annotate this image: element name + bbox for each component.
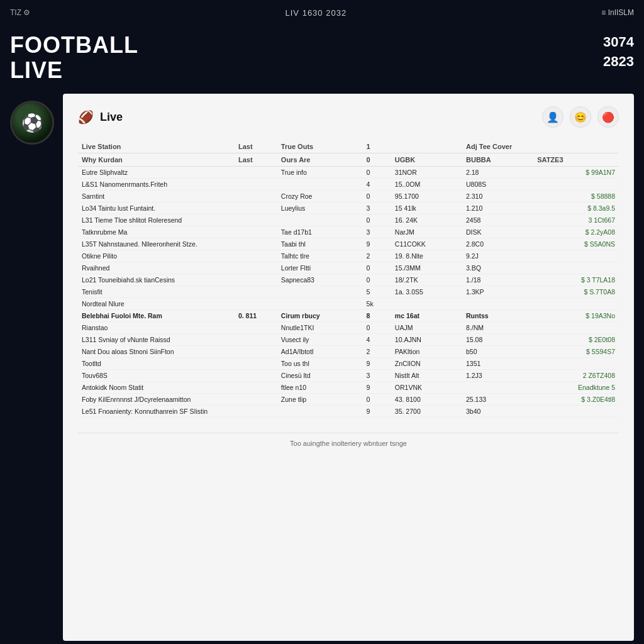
cell-odds: Lorter Fltti [277,262,363,274]
table-row: Rvaihned Lorter Fltti 0 15./3MM 3.BQ [78,262,619,274]
cell-name: L311 Svniay of vNunte Raissd [78,334,235,346]
cell-val1: 43. 8100 [391,394,462,406]
cell-name: Tootltd [78,358,235,370]
top-bar-center: LIV 1630 2032 [286,8,347,18]
table-row: L311 Svniay of vNunte Raissd Vusect ily … [78,334,619,346]
cell-last [235,298,277,310]
panel-title-text: Live [100,111,123,124]
cell-name: Tenisfit [78,286,235,298]
cell-num: 4 [363,334,391,346]
center-label: LIV 1630 2032 [286,8,347,18]
table-row: Belebhai Fuoloi Mte. Ram 0. 811 Cirum rb… [78,310,619,322]
cell-odds: Vusect ily [277,334,363,346]
cell-price: $ 99A1N7 [533,167,619,179]
col-header-last: Last [235,140,277,153]
cell-val2: U808S [462,179,533,191]
football-live-title: Football LIVE [10,33,138,82]
cell-name: Otikne Pilito [78,250,235,262]
tiz-label: TIZ ⚙ [10,8,30,17]
table-row: Lo21 Touneibiahd.sk tianCesins Sapneca83… [78,274,619,286]
cell-last [235,322,277,334]
panel-football-icon: 🏈 [78,109,94,125]
cell-last [235,250,277,262]
cell-val2 [462,382,533,394]
cell-price: $ S.7T0A8 [533,286,619,298]
cell-odds: Taabi thl [277,238,363,250]
cell-price [533,179,619,191]
cell-last [235,346,277,358]
cell-num: 2 [363,346,391,358]
cell-last [235,334,277,346]
cell-last [235,382,277,394]
cell-num: 2 [363,250,391,262]
cell-val2 [462,298,533,310]
cell-num: 5k [363,298,391,310]
panel-icons: 👤 😊 🔴 [542,106,619,128]
cell-val2: 1.3KP [462,286,533,298]
cell-val2: 2.8C0 [462,238,533,250]
cell-name: Belebhai Fuoloi Mte. Ram [78,310,235,322]
cell-last [235,394,277,406]
avatar[interactable]: ⚽ [10,101,54,145]
panel-header: 🏈 Live 👤 😊 🔴 [78,106,619,128]
cell-name: Nant Dou aloas Stnoni SiinFton [78,346,235,358]
cell-odds: Ad1A/IbtotI [277,346,363,358]
cell-last: 0. 811 [235,310,277,322]
panel-title: 🏈 Live [78,109,123,125]
cell-name: Nordteal Nlure [78,298,235,310]
cell-odds: ftlee n10 [277,382,363,394]
panel-icon-2[interactable]: 😊 [570,106,591,128]
cell-val1: 15./3MM [391,262,462,274]
cell-price: $ 2.2yA08 [533,226,619,238]
cell-val1: 10.AJNN [391,334,462,346]
cell-num: 0 [363,262,391,274]
cell-price: $ 8.3a9.5 [533,203,619,214]
table-row: Antokidk Noom Statit ftlee n10 9 OR1VNK … [78,382,619,394]
cell-val2: 9.2J [462,250,533,262]
cell-odds: Cinesü ltd [277,370,363,382]
table-row: Lo34 Taintu lust Funtaint. Lueylius 3 15… [78,203,619,214]
panel-icon-3[interactable]: 🔴 [597,106,619,128]
cell-num: 9 [363,382,391,394]
table-row: L31 Tieme Tloe shlitot Roleresend 0 16. … [78,214,619,226]
cell-price: 2 Z6TZ408 [533,370,619,382]
cell-val1: C11COKK [391,238,462,250]
cell-val2: 1.2J3 [462,370,533,382]
table-row: Foby KiIEnrnnnst J/Dcyrelenaamitton Zune… [78,394,619,406]
cell-price [533,358,619,370]
table-row: L35T Nahnstauned. Nlleeronhenit Stze. Ta… [78,238,619,250]
hamburger-icon[interactable]: ≡ InIISLM [601,8,634,17]
table-header-row: Live Station Last True Outs 1 Adj Tee Co… [78,140,619,153]
cell-name: Le51 Fnoanienty: Konnuthanrein SF SIisti… [78,406,235,418]
cell-name: Lo34 Taintu lust Funtaint. [78,203,235,214]
cell-val1: 18/.2TK [391,274,462,286]
cell-val2: 3.BQ [462,262,533,274]
table-row: Tatknrubme Ma Tae d17b1 3 NarJM DISK $ 2… [78,226,619,238]
stat2: 2823 [603,52,634,72]
sub-col-bubba: BUBBA [462,153,533,167]
table-row: L&S1 Nanomenrmants.Friteh 4 15..0OM U808… [78,179,619,191]
cell-num: 0 [363,322,391,334]
table-row: Nant Dou aloas Stnoni SiinFton Ad1A/Ibto… [78,346,619,358]
col-header-name: Live Station [78,140,235,153]
top-bar-right: ≡ InIISLM [601,8,634,17]
cell-num: 0 [363,274,391,286]
cell-num: 0 [363,167,391,179]
cell-last [235,226,277,238]
cell-num: 4 [363,179,391,191]
cell-val2: 1.210 [462,203,533,214]
cell-last [235,238,277,250]
cell-name: Sarntint [78,191,235,203]
cell-val1: UAJM [391,322,462,334]
sub-col-ugbk: UGBK [391,153,462,167]
cell-name: Rianstao [78,322,235,334]
cell-odds: Lueylius [277,203,363,214]
cell-val2: 1./18 [462,274,533,286]
cell-last [235,167,277,179]
panel-icon-1[interactable]: 👤 [542,106,564,128]
cell-last [235,358,277,370]
cell-val2: 8./NM [462,322,533,334]
cell-name: Eutre Sliphvaltz [78,167,235,179]
cell-odds: Nnutle1TKI [277,322,363,334]
cell-val2: DISK [462,226,533,238]
